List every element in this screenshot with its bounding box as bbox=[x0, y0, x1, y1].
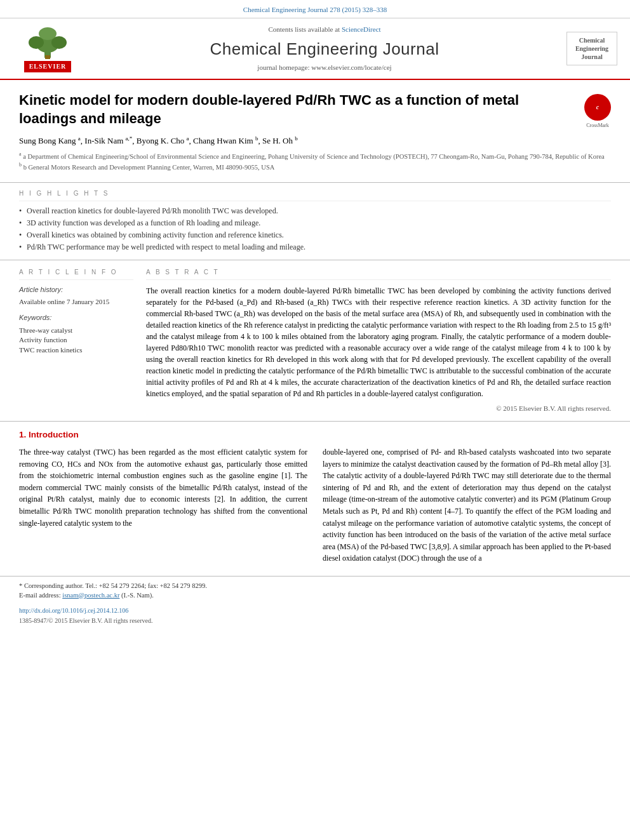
section-heading: 1. Introduction bbox=[19, 429, 611, 441]
header-right-text: ChemicalEngineeringJournal bbox=[575, 37, 608, 60]
highlight-item: Pd/Rh TWC performance may be well predic… bbox=[19, 241, 611, 253]
sciencedirect-line: Contents lists available at ScienceDirec… bbox=[89, 25, 560, 34]
footer-issn: 1385-8947/© 2015 Elsevier B.V. All right… bbox=[0, 617, 630, 630]
intro-right-col: double-layered one, comprised of Pd- and… bbox=[323, 446, 611, 570]
article-history-label: Article history: bbox=[19, 285, 133, 295]
elsevier-label: ELSEVIER bbox=[24, 61, 72, 72]
affiliation-a: a a Department of Chemical Engineering/S… bbox=[19, 150, 611, 161]
journal-reference: Chemical Engineering Journal 278 (2015) … bbox=[243, 6, 387, 13]
highlight-item: Overall reaction kinetics for double-lay… bbox=[19, 205, 611, 217]
page: Chemical Engineering Journal 278 (2015) … bbox=[0, 0, 630, 840]
article-info-abstract: A R T I C L E I N F O Article history: A… bbox=[0, 260, 630, 422]
keywords-list: Three-way catalyst Activity function TWC… bbox=[19, 326, 133, 355]
footer-note: * Corresponding author. Tel.: +82 54 279… bbox=[0, 576, 630, 604]
article-title: Kinetic model for modern double-layered … bbox=[19, 91, 574, 128]
header: ELSEVIER Contents lists available at Sci… bbox=[0, 18, 630, 80]
article-info: A R T I C L E I N F O Article history: A… bbox=[19, 268, 133, 414]
keywords-label: Keywords: bbox=[19, 313, 133, 323]
sciencedirect-link[interactable]: ScienceDirect bbox=[342, 25, 381, 33]
highlights-section: H I G H L I G H T S Overall reaction kin… bbox=[0, 183, 630, 260]
journal-homepage: journal homepage: www.elsevier.com/locat… bbox=[89, 63, 560, 72]
highlight-item: 3D activity function was developed as a … bbox=[19, 217, 611, 229]
corresponding-author: * Corresponding author. Tel.: +82 54 279… bbox=[19, 582, 611, 591]
abstract-label: A B S T R A C T bbox=[146, 268, 611, 280]
keyword: TWC reaction kinetics bbox=[19, 345, 133, 355]
elsevier-branding: ELSEVIER bbox=[13, 25, 83, 72]
affiliation-b: b b General Motors Research and Developm… bbox=[19, 161, 611, 172]
introduction-text: The three-way catalyst (TWC) has been re… bbox=[19, 446, 611, 570]
abstract-section: A B S T R A C T The overall reaction kin… bbox=[146, 268, 611, 414]
email-link[interactable]: isnam@postech.ac.kr bbox=[62, 592, 119, 599]
copyright: © 2015 Elsevier B.V. All rights reserved… bbox=[146, 403, 611, 414]
crossmark-badge: c CrossMark bbox=[584, 94, 611, 121]
abstract-text: The overall reaction kinetics for a mode… bbox=[146, 285, 611, 414]
header-center: Contents lists available at ScienceDirec… bbox=[83, 25, 566, 72]
crossmark-label: CrossMark bbox=[584, 122, 611, 129]
doi-link[interactable]: http://dx.doi.org/10.1016/j.cej.2014.12.… bbox=[19, 607, 128, 614]
header-right-box: ChemicalEngineeringJournal bbox=[566, 32, 617, 65]
article-header: Kinetic model for modern double-layered … bbox=[0, 80, 630, 183]
svg-rect-5 bbox=[45, 55, 50, 59]
highlight-item: Overall kinetics was obtained by combini… bbox=[19, 229, 611, 241]
intro-left-col: The three-way catalyst (TWC) has been re… bbox=[19, 446, 307, 570]
authors: Sung Bong Kang a, In-Sik Nam a,*, Byong … bbox=[19, 135, 611, 147]
highlights-label: H I G H L I G H T S bbox=[19, 189, 611, 201]
keyword: Activity function bbox=[19, 335, 133, 345]
highlights-list: Overall reaction kinetics for double-lay… bbox=[19, 205, 611, 253]
affiliations: a a Department of Chemical Engineering/S… bbox=[19, 150, 611, 172]
keyword: Three-way catalyst bbox=[19, 326, 133, 335]
introduction-section: 1. Introduction The three-way catalyst (… bbox=[0, 422, 630, 570]
elsevier-logo: ELSEVIER bbox=[22, 25, 73, 72]
footer-doi: http://dx.doi.org/10.1016/j.cej.2014.12.… bbox=[0, 604, 630, 617]
crossmark-icon: c bbox=[584, 94, 611, 121]
author-names: Sung Bong Kang a, In-Sik Nam a,*, Byong … bbox=[19, 136, 298, 145]
author-email: E-mail address: isnam@postech.ac.kr (I.-… bbox=[19, 591, 611, 601]
available-online: Available online 7 January 2015 bbox=[19, 297, 133, 307]
top-bar: Chemical Engineering Journal 278 (2015) … bbox=[0, 0, 630, 18]
article-info-label: A R T I C L E I N F O bbox=[19, 268, 133, 280]
elsevier-tree-icon bbox=[22, 25, 73, 60]
svg-point-4 bbox=[39, 27, 57, 40]
journal-title: Chemical Engineering Journal bbox=[89, 37, 560, 60]
